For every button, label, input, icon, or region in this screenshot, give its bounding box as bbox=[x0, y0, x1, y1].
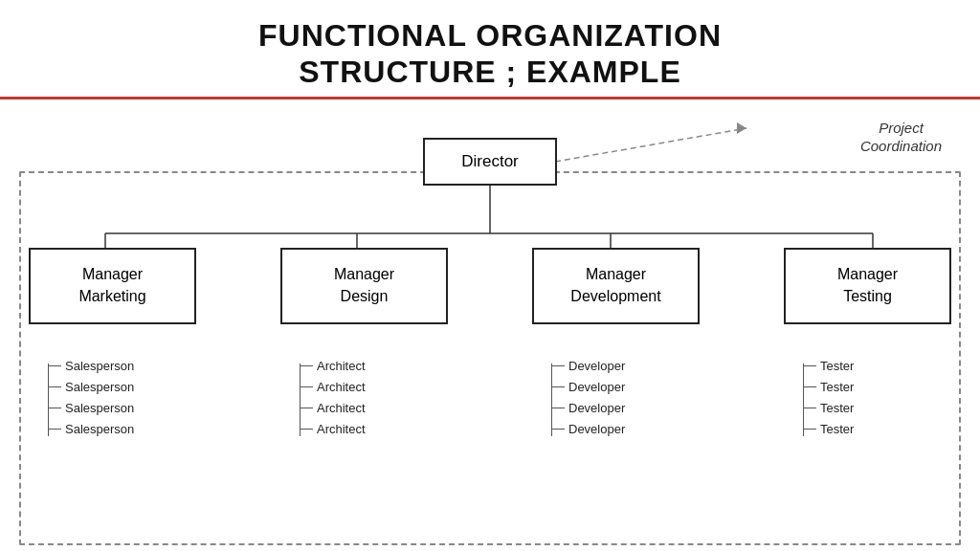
sub-item: Salesperson bbox=[48, 377, 196, 398]
director-label: Director bbox=[461, 152, 519, 171]
manager-marketing-label: Manager Marketing bbox=[78, 264, 145, 307]
sub-item: Architect bbox=[300, 377, 448, 398]
sub-item: Tester bbox=[803, 377, 951, 398]
sub-item: Developer bbox=[551, 398, 700, 419]
managers-row: Manager Marketing Manager Design Manager… bbox=[29, 248, 951, 324]
sub-item: Salesperson bbox=[48, 419, 196, 440]
svg-marker-7 bbox=[737, 122, 746, 134]
sub-col-development: Developer Developer Developer Developer bbox=[532, 356, 700, 440]
title-line1: FUNCTIONAL ORGANIZATION bbox=[258, 18, 722, 53]
sub-item: Architect bbox=[300, 398, 448, 419]
director-box: Director bbox=[423, 138, 557, 186]
manager-development-box: Manager Development bbox=[532, 248, 700, 324]
manager-design-label: Manager Design bbox=[334, 264, 394, 307]
sub-col-testing: Tester Tester Tester Tester bbox=[784, 356, 951, 440]
sub-item: Tester bbox=[803, 356, 951, 377]
project-coordination-label: Project Coordination bbox=[860, 119, 942, 156]
manager-testing-label: Manager Testing bbox=[837, 264, 898, 307]
sub-item: Developer bbox=[551, 377, 700, 398]
header: FUNCTIONAL ORGANIZATION STRUCTURE ; EXAM… bbox=[0, 0, 980, 99]
manager-design-box: Manager Design bbox=[280, 248, 448, 324]
manager-marketing-box: Manager Marketing bbox=[29, 248, 196, 324]
svg-line-6 bbox=[555, 128, 746, 162]
sub-item: Salesperson bbox=[48, 398, 196, 419]
manager-development-label: Manager Development bbox=[570, 264, 660, 307]
sub-items-row: Salesperson Salesperson Salesperson Sale… bbox=[29, 356, 951, 440]
diagram-area: Project Coordination Director Manager Ma… bbox=[0, 99, 980, 551]
sub-col-marketing: Salesperson Salesperson Salesperson Sale… bbox=[29, 356, 196, 440]
title-line2: STRUCTURE ; EXAMPLE bbox=[299, 55, 680, 89]
sub-item: Tester bbox=[803, 398, 951, 419]
sub-item: Architect bbox=[300, 419, 448, 440]
sub-item: Developer bbox=[551, 419, 700, 440]
sub-col-design: Architect Architect Architect Architect bbox=[280, 356, 448, 440]
sub-item: Architect bbox=[300, 356, 448, 377]
sub-item: Salesperson bbox=[48, 356, 196, 377]
manager-testing-box: Manager Testing bbox=[784, 248, 951, 324]
sub-item: Tester bbox=[803, 419, 951, 440]
sub-item: Developer bbox=[551, 356, 700, 377]
